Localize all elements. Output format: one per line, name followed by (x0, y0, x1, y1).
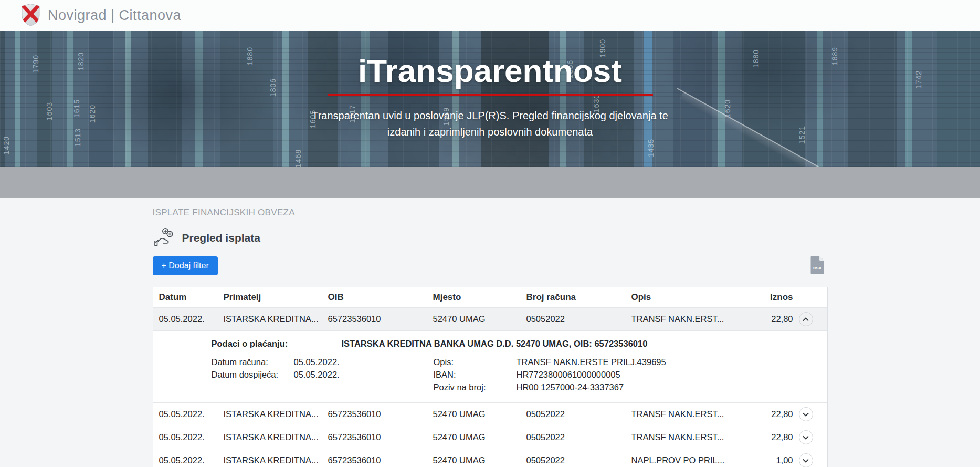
cell-opis: TRANSF NAKN.ERST... (631, 409, 742, 419)
cell-oib: 65723536010 (328, 455, 433, 465)
csv-file-icon: csv (810, 256, 825, 274)
cell-opis: TRANSF NAKN.ERST... (631, 314, 742, 324)
chevron-up-icon (803, 317, 809, 321)
payment-details-panel: Podaci o plaćanju: ISTARSKA KREDITNA BAN… (153, 331, 827, 403)
cell-datum: 05.05.2022. (159, 432, 224, 442)
collapse-row-button[interactable] (799, 312, 813, 326)
ticker-number: 1889 (830, 47, 839, 65)
cell-primatelj: ISTARSKA KREDITNA... (224, 432, 328, 442)
cell-oib: 65723536010 (328, 409, 433, 419)
detail-value: 05.05.2022. (294, 368, 434, 381)
hero-title: iTransparentnost (153, 52, 828, 89)
table-row[interactable]: 05.05.2022. ISTARSKA KREDITNA... 6572353… (153, 308, 827, 331)
cell-primatelj: ISTARSKA KREDITNA... (224, 314, 328, 324)
detail-label: Opis: (434, 356, 517, 368)
cell-broj-racuna: 05052022 (526, 314, 631, 324)
add-filter-button[interactable]: + Dodaj filter (153, 256, 218, 275)
payments-hand-coins-icon (153, 227, 175, 248)
cell-broj-racuna: 05052022 (526, 455, 631, 465)
cell-datum: 05.05.2022. (159, 455, 224, 465)
chevron-down-icon (803, 412, 809, 417)
detail-label: IBAN: (434, 368, 517, 381)
hero-subtitle: Transparentan uvid u poslovanje JLP(R)S.… (153, 108, 828, 140)
details-title-label: Podaci o plaćanju: (212, 338, 342, 349)
detail-label: Datum računa: (212, 356, 294, 368)
cell-datum: 05.05.2022. (159, 314, 224, 324)
cell-oib: 65723536010 (328, 314, 433, 324)
cell-iznos: 1,00 (742, 455, 793, 465)
cell-iznos: 22,80 (742, 432, 793, 442)
col-header-datum: Datum (159, 292, 224, 303)
cell-mjesto: 52470 UMAG (433, 432, 526, 442)
city-coat-of-arms-icon (21, 3, 40, 28)
expand-row-button[interactable] (799, 407, 813, 421)
ticker-number: 1790 (31, 55, 40, 73)
cell-iznos: 22,80 (742, 409, 793, 419)
cell-mjesto: 52470 UMAG (433, 455, 526, 465)
header-brand[interactable]: Novigrad | Cittanova (21, 3, 181, 28)
ticker-number: 1615 (72, 99, 81, 118)
col-header-broj-racuna: Broj računa (526, 292, 631, 303)
cell-mjesto: 52470 UMAG (433, 409, 526, 419)
export-csv-button[interactable]: csv (810, 256, 825, 276)
table-row[interactable]: 05.05.2022. ISTARSKA KREDITNA... 6572353… (153, 403, 827, 426)
col-header-mjesto: Mjesto (433, 292, 526, 303)
col-header-iznos: Iznos (742, 292, 793, 303)
ticker-number: 1620 (88, 105, 97, 123)
detail-value: HR7723800061000000005 (517, 368, 819, 381)
col-header-primatelj: Primatelj (224, 292, 328, 303)
ticker-number: 1603 (45, 102, 54, 120)
cell-opis: TRANSF NAKN.ERST... (631, 432, 742, 442)
ticker-number: 1468 (294, 149, 302, 167)
cell-broj-racuna: 05052022 (526, 432, 631, 442)
cell-mjesto: 52470 UMAG (433, 314, 526, 324)
detail-label: Poziv na broj: (434, 381, 517, 393)
col-header-oib: OIB (328, 292, 433, 303)
cell-primatelj: ISTARSKA KREDITNA... (224, 409, 328, 419)
ticker-number: 1742 (914, 70, 923, 89)
ticker-number: 1435 (647, 139, 655, 157)
ticker-number: 1513 (73, 128, 82, 147)
payments-table: Datum Primatelj OIB Mjesto Broj računa O… (153, 287, 828, 467)
detail-label: Datum dospijeća: (212, 368, 294, 381)
svg-text:csv: csv (813, 265, 822, 271)
cell-oib: 65723536010 (328, 432, 433, 442)
brand-name: Novigrad | Cittanova (48, 7, 181, 24)
hero-banner: 1790182016151603162015131420188018061605… (0, 31, 980, 167)
breadcrumb-section-label: ISPLATE FINANCIJSKIH OBVEZA (153, 207, 828, 218)
expand-row-button[interactable] (799, 453, 813, 467)
cell-iznos: 22,80 (742, 314, 793, 324)
ticker-number: 1420 (2, 136, 10, 154)
table-header: Datum Primatelj OIB Mjesto Broj računa O… (153, 287, 827, 308)
chevron-down-icon (803, 435, 809, 440)
divider-band (0, 167, 980, 198)
site-header: Novigrad | Cittanova (0, 0, 980, 31)
cell-datum: 05.05.2022. (159, 409, 224, 419)
detail-value: 05.05.2022. (294, 356, 434, 368)
hero-red-underline (328, 94, 653, 96)
cell-broj-racuna: 05052022 (526, 409, 631, 419)
col-header-opis: Opis (631, 292, 742, 303)
detail-value: TRANSF NAKN.ERSTE PRILJ.439695 (517, 356, 819, 368)
table-row[interactable]: 05.05.2022. ISTARSKA KREDITNA... 6572353… (153, 449, 827, 467)
cell-primatelj: ISTARSKA KREDITNA... (224, 455, 328, 465)
chevron-down-icon (803, 459, 809, 463)
expand-row-button[interactable] (799, 430, 813, 444)
cell-opis: NAPL.PROV PO PRIL... (631, 455, 742, 465)
ticker-number: 1820 (77, 52, 85, 70)
detail-value: HR00 1257000-24-3337367 (517, 381, 819, 393)
details-payee-full: ISTARSKA KREDITNA BANKA UMAG D.D. 52470 … (342, 338, 648, 349)
page-title: Pregled isplata (182, 232, 260, 244)
table-row[interactable]: 05.05.2022. ISTARSKA KREDITNA... 6572353… (153, 426, 827, 449)
